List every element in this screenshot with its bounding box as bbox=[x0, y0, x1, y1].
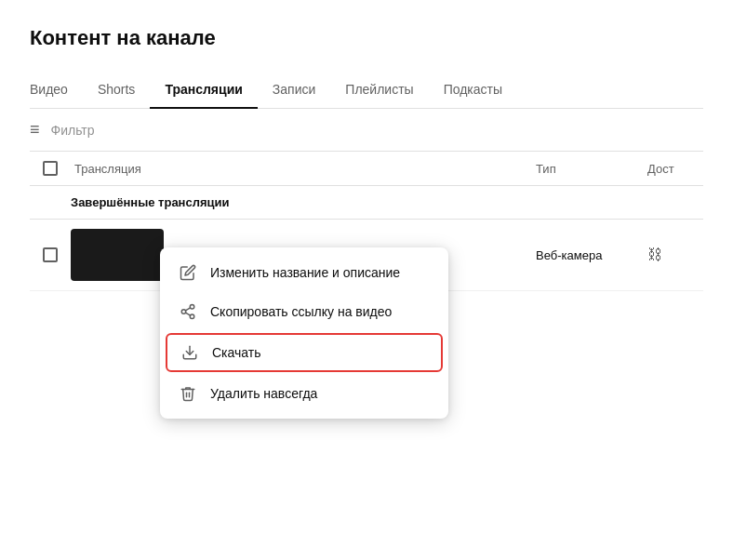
filter-icon[interactable]: ≡ bbox=[30, 120, 40, 140]
tab-video[interactable]: Видео bbox=[30, 73, 83, 108]
table-row: Как быстро выучить иностранный ... Веб-к… bbox=[30, 220, 703, 291]
video-thumbnail bbox=[71, 229, 164, 281]
menu-item-copy[interactable]: Скопировать ссылку на видео bbox=[160, 292, 448, 331]
menu-delete-label: Удалить навсегда bbox=[210, 386, 317, 401]
context-menu: Изменить название и описание Скопировать… bbox=[160, 247, 448, 419]
section-label: Завершённые трансляции bbox=[30, 186, 703, 220]
select-all-checkbox[interactable] bbox=[43, 161, 58, 176]
tab-streams[interactable]: Трансляции bbox=[150, 73, 257, 108]
video-access: ⛓ bbox=[647, 247, 703, 263]
menu-download-label: Скачать bbox=[212, 345, 261, 360]
menu-item-edit[interactable]: Изменить название и описание bbox=[160, 253, 448, 292]
header-access: Дост bbox=[647, 162, 703, 176]
header-title: Трансляция bbox=[71, 162, 536, 176]
svg-line-4 bbox=[185, 308, 190, 311]
menu-edit-label: Изменить название и описание bbox=[210, 265, 400, 280]
edit-icon bbox=[179, 263, 197, 282]
tab-playlists[interactable]: Плейлисты bbox=[330, 73, 428, 108]
header-checkbox-cell bbox=[30, 161, 71, 176]
menu-item-download[interactable]: Скачать bbox=[166, 333, 443, 372]
table-header: Трансляция Тип Дост bbox=[30, 152, 703, 186]
video-type: Веб-камера bbox=[536, 248, 647, 262]
row-checkbox-cell bbox=[30, 247, 71, 262]
row-checkbox[interactable] bbox=[43, 247, 58, 262]
share-icon bbox=[179, 302, 197, 321]
download-icon bbox=[180, 343, 199, 362]
tab-podcasts[interactable]: Подкасты bbox=[429, 73, 517, 108]
tab-records[interactable]: Записи bbox=[258, 73, 330, 108]
tab-shorts[interactable]: Shorts bbox=[83, 73, 150, 108]
menu-copy-label: Скопировать ссылку на видео bbox=[210, 304, 392, 319]
header-type: Тип bbox=[536, 162, 647, 176]
tabs-row: Видео Shorts Трансляции Записи Плейлисты… bbox=[30, 73, 703, 109]
trash-icon bbox=[179, 384, 197, 403]
svg-line-3 bbox=[185, 313, 190, 315]
menu-item-delete[interactable]: Удалить навсегда bbox=[160, 374, 448, 413]
page-title: Контент на канале bbox=[30, 26, 703, 50]
link-icon: ⛓ bbox=[647, 247, 662, 263]
filter-label[interactable]: Фильтр bbox=[51, 123, 95, 138]
filter-row: ≡ Фильтр bbox=[30, 109, 703, 152]
